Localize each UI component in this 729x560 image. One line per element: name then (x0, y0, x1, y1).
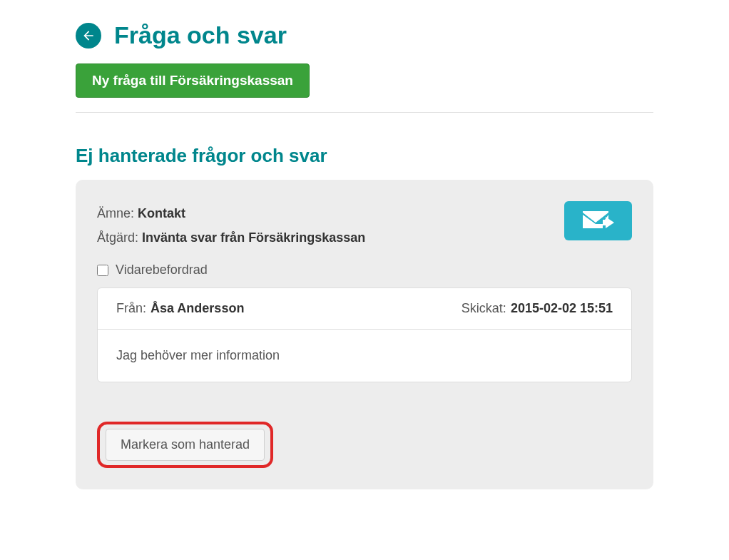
from-value: Åsa Andersson (151, 301, 244, 316)
subject-label: Ämne: (97, 206, 134, 220)
forward-button[interactable] (564, 201, 632, 240)
forwarded-label: Vidarebefordrad (116, 263, 208, 278)
message-body: Jag behöver mer information (98, 330, 631, 382)
question-card: Ämne: Kontakt Åtgärd: Invänta svar från … (76, 180, 653, 489)
back-button[interactable] (76, 23, 101, 49)
divider (76, 112, 653, 113)
card-header: Ämne: Kontakt Åtgärd: Invänta svar från … (97, 201, 632, 250)
subject-value: Kontakt (138, 206, 185, 220)
section-title: Ej hanterade frågor och svar (76, 145, 653, 167)
new-question-button[interactable]: Ny fråga till Försäkringskassan (76, 63, 310, 98)
forwarded-checkbox[interactable] (97, 265, 108, 276)
arrow-left-icon (81, 29, 96, 43)
message-box: Från: Åsa Andersson Skickat: 2015-02-02 … (97, 287, 632, 382)
mark-handled-button[interactable]: Markera som hanterad (106, 429, 265, 461)
page-title: Fråga och svar (114, 21, 287, 49)
action-value: Invänta svar från Försäkringskassan (142, 230, 365, 245)
sent-value: 2015-02-02 15:51 (511, 301, 613, 316)
mark-handled-highlight: Markera som hanterad (97, 422, 273, 468)
message-header: Från: Åsa Andersson Skickat: 2015-02-02 … (98, 288, 631, 330)
page-container: Fråga och svar Ny fråga till Försäkrings… (26, 0, 703, 511)
envelope-forward-icon (581, 210, 616, 233)
header-row: Fråga och svar (76, 21, 653, 49)
sent-label: Skickat: (462, 301, 506, 316)
card-meta: Ämne: Kontakt Åtgärd: Invänta svar från … (97, 201, 365, 250)
from-label: Från: (116, 301, 146, 316)
forwarded-checkbox-row[interactable]: Vidarebefordrad (97, 263, 632, 278)
action-label: Åtgärd: (97, 230, 138, 245)
